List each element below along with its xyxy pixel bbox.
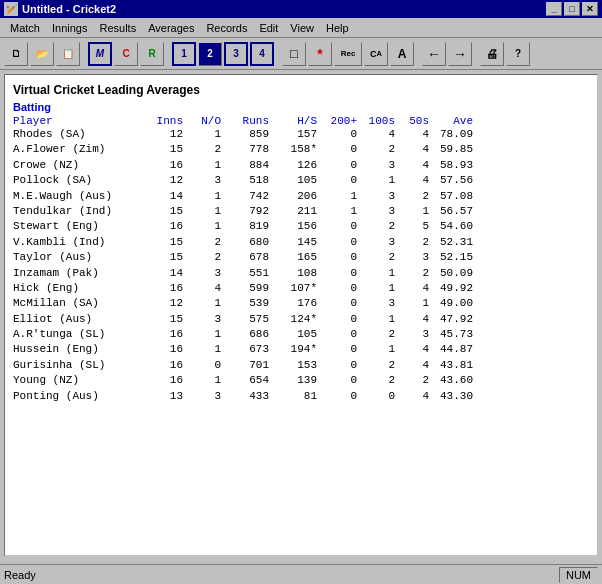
help-toolbar-btn[interactable]: ? — [506, 42, 530, 66]
table-row: Stewart (Eng)16181915602554.60 — [13, 219, 589, 234]
new-btn[interactable]: 🗋 — [4, 42, 28, 66]
title-bar: 🏏 Untitled - Cricket2 _ □ ✕ — [0, 0, 602, 18]
section-title: Virtual Cricket Leading Averages — [13, 83, 589, 97]
table-row: Pollock (SA)12351810501457.56 — [13, 173, 589, 188]
status-bar: Ready NUM — [0, 564, 602, 584]
box-btn[interactable]: □ — [282, 42, 306, 66]
menu-bar: Match Innings Results Averages Records E… — [0, 18, 602, 38]
a-btn[interactable]: A — [390, 42, 414, 66]
table-row: Crowe (NZ)16188412603458.93 — [13, 158, 589, 173]
col-200plus: 200+ — [317, 115, 357, 127]
2-btn[interactable]: 2 — [198, 42, 222, 66]
col-ave: Ave — [429, 115, 473, 127]
col-no: N/O — [183, 115, 221, 127]
status-text: Ready — [4, 569, 36, 581]
fwd-arrow-btn[interactable]: → — [448, 42, 472, 66]
m-btn[interactable]: M — [88, 42, 112, 66]
table-row: Ponting (Aus)1334338100443.30 — [13, 389, 589, 404]
toolbar: 🗋 📂 📋 M C R 1 2 3 4 □ * Rec CA A ← → 🖨 ? — [0, 38, 602, 70]
menu-view[interactable]: View — [284, 20, 320, 36]
table-header: PlayerInnsN/ORunsH/S200+100s50sAve — [13, 115, 589, 127]
menu-averages[interactable]: Averages — [142, 20, 200, 36]
back-arrow-btn[interactable]: ← — [422, 42, 446, 66]
main-content: Virtual Cricket Leading Averages Batting… — [4, 74, 598, 556]
table-row: Taylor (Aus)15267816502352.15 — [13, 250, 589, 265]
table-row: Gurisinha (SL)16070115302443.81 — [13, 358, 589, 373]
table-row: McMillan (SA)12153917603149.00 — [13, 296, 589, 311]
batting-subsection: Batting — [13, 101, 589, 113]
col-50s: 50s — [395, 115, 429, 127]
clipboard-btn[interactable]: 📋 — [56, 42, 80, 66]
menu-innings[interactable]: Innings — [46, 20, 93, 36]
table-row: Inzamam (Pak)14355110801250.09 — [13, 266, 589, 281]
ca-btn[interactable]: CA — [364, 42, 388, 66]
1-btn[interactable]: 1 — [172, 42, 196, 66]
close-btn[interactable]: ✕ — [582, 2, 598, 16]
minimize-btn[interactable]: _ — [546, 2, 562, 16]
table-row: M.E.Waugh (Aus)14174220613257.08 — [13, 189, 589, 204]
menu-records[interactable]: Records — [200, 20, 253, 36]
num-indicator: NUM — [559, 567, 598, 583]
col-100s: 100s — [357, 115, 395, 127]
table-row: Hussein (Eng)161673194*01444.87 — [13, 342, 589, 357]
3-btn[interactable]: 3 — [224, 42, 248, 66]
table-row: A.Flower (Zim)152778158*02459.85 — [13, 142, 589, 157]
open-btn[interactable]: 📂 — [30, 42, 54, 66]
table-row: A.R'tunga (SL)16168610502345.73 — [13, 327, 589, 342]
col-runs: Runs — [221, 115, 269, 127]
table-row: Hick (Eng)164599107*01449.92 — [13, 281, 589, 296]
rec-btn[interactable]: Rec — [334, 42, 362, 66]
col-inns: Inns — [143, 115, 183, 127]
table-body: Rhodes (SA)12185915704478.09A.Flower (Zi… — [13, 127, 589, 404]
c-btn[interactable]: C — [114, 42, 138, 66]
menu-edit[interactable]: Edit — [253, 20, 284, 36]
menu-results[interactable]: Results — [93, 20, 142, 36]
col-hs: H/S — [269, 115, 317, 127]
title-bar-left: 🏏 Untitled - Cricket2 — [4, 2, 116, 16]
maximize-btn[interactable]: □ — [564, 2, 580, 16]
window-controls: _ □ ✕ — [546, 2, 598, 16]
col-player: Player — [13, 115, 143, 127]
table-row: V.Kambli (Ind)15268014503252.31 — [13, 235, 589, 250]
table-row: Elliot (Aus)153575124*01447.92 — [13, 312, 589, 327]
menu-help[interactable]: Help — [320, 20, 355, 36]
averages-table: PlayerInnsN/ORunsH/S200+100s50sAve Rhode… — [13, 115, 589, 404]
r-btn[interactable]: R — [140, 42, 164, 66]
menu-match[interactable]: Match — [4, 20, 46, 36]
window-title: Untitled - Cricket2 — [22, 3, 116, 15]
table-row: Rhodes (SA)12185915704478.09 — [13, 127, 589, 142]
print-btn[interactable]: 🖨 — [480, 42, 504, 66]
table-row: Young (NZ)16165413902243.60 — [13, 373, 589, 388]
star-btn[interactable]: * — [308, 42, 332, 66]
4-btn[interactable]: 4 — [250, 42, 274, 66]
app-icon: 🏏 — [4, 2, 18, 16]
table-row: Tendulkar (Ind)15179221113156.57 — [13, 204, 589, 219]
